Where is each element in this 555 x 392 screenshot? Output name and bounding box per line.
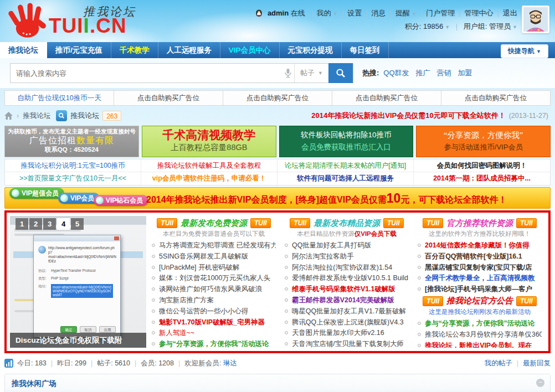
- list-item[interactable]: 腾讯QQ上保改密上沉迷(旗舰版)V4.3: [285, 316, 409, 327]
- user-menu-退出[interactable]: 退出: [503, 9, 517, 17]
- nav-item-元宝积分提现[interactable]: 元宝积分提现: [280, 42, 342, 58]
- quick-link[interactable]: 推我论坛软件破解工具及全套教程: [141, 159, 278, 172]
- image-slider[interactable]: http://www.antigameprotect.com/forum.php…: [10, 216, 146, 348]
- slider-tab-2[interactable]: 2: [29, 218, 42, 230]
- list-item[interactable]: 维泰手机号码采集软件V1.1破解版: [285, 283, 409, 294]
- mic-icon[interactable]: [282, 68, 294, 78]
- home-icon[interactable]: [4, 112, 13, 120]
- hot-search-link[interactable]: 推广: [416, 69, 430, 77]
- quick-link[interactable]: 2014第一期：团队成员招募中...: [414, 172, 550, 185]
- list-item[interactable]: 推我论坛，新推出VIP会员制。现在: [418, 339, 542, 348]
- list-item[interactable]: 5SING音乐网群发工具破解版: [152, 250, 276, 261]
- new-member-link[interactable]: 琳达: [223, 359, 237, 368]
- list-item[interactable]: 推我论坛公布3月份软件分享清单仅360: [418, 328, 542, 339]
- vip-notice-link[interactable]: 2014年推我论坛新推出VIP会员仅需10元即可下载全站软件！: [311, 111, 505, 121]
- user-menu-管理中心[interactable]: 管理中心: [465, 9, 494, 17]
- slider-tab-3[interactable]: 3: [43, 218, 56, 230]
- banner-coin-notice[interactable]: 软件板块回帖将扣除10推币 会员免费获取推币总汇入口: [279, 126, 414, 157]
- quick-link[interactable]: 软件有问题可选择人工远程服务: [278, 172, 414, 185]
- hot-search-link[interactable]: 加盟: [458, 69, 472, 77]
- banner-ad-rent[interactable]: 为获取推币，发布无意义主题者一经发现直接封号 广告位招租数量有限 联系QQ：45…: [4, 126, 139, 157]
- ad-slot[interactable]: 点击自助购买广告位: [441, 91, 550, 105]
- user-menu-我的[interactable]: 我的: [317, 9, 331, 17]
- banner-share-activity[interactable]: “分享资源，方便你我” 参与活动送推币/VIP会员: [416, 126, 551, 157]
- list-item[interactable]: 爱博邮件群发系统专业版V10.5.1 Build: [285, 272, 409, 283]
- slider-caption[interactable]: Discuz论坛免金币免权限下载附: [10, 333, 146, 348]
- nav-item-千术教学[interactable]: 千术教学: [111, 42, 158, 58]
- bullet-icon: [285, 244, 288, 247]
- breadcrumb-home[interactable]: 推我论坛: [23, 111, 50, 121]
- quick-link[interactable]: vip会员申请软件注册码，申请必看！: [141, 172, 278, 185]
- hot-search-link[interactable]: QQ群发: [383, 69, 409, 77]
- list-item[interactable]: 淘宝新店推广方案: [152, 294, 276, 305]
- breadcrumb-forum[interactable]: 推我论坛: [70, 111, 99, 121]
- quick-link[interactable]: 论坛将定期清理长期未发帖的用户[通知]: [278, 159, 414, 172]
- list-item[interactable]: 百分百QQ营销软件[专业版]16.1: [418, 250, 542, 261]
- quick-link[interactable]: 推我论坛积分说明:1元宝=100推币: [5, 159, 141, 172]
- search-button[interactable]: [328, 63, 353, 83]
- user-menu-设置[interactable]: 设置: [347, 9, 362, 17]
- list-item[interactable]: 参与“分享资源，方便你我”活动送论: [152, 338, 276, 348]
- quick-link[interactable]: >>首页限量文字广告仅10元一月<<: [5, 172, 141, 185]
- list-item[interactable]: 全网千术教学最全，上百高清视频教: [418, 272, 542, 283]
- site-logo[interactable]: 推我论坛 TUII.CN: [8, 2, 160, 39]
- list-item[interactable]: 新人驾道~~: [152, 327, 276, 338]
- nav-item-每日签到[interactable]: 每日签到: [342, 42, 389, 58]
- points-value[interactable]: 19856: [423, 22, 443, 30]
- ad-slot[interactable]: 点击自助购买广告位: [114, 91, 223, 105]
- list-item[interactable]: 2014短信轰炸全集珍藏版！你值得: [418, 239, 542, 250]
- avatar[interactable]: [522, 6, 549, 33]
- user-menu-提醒[interactable]: 提醒: [395, 9, 410, 17]
- search-scope-select[interactable]: 帖子▼: [294, 64, 328, 82]
- list-item[interactable]: 微信公号运营的一些小小心得: [152, 305, 276, 316]
- banner-video-course[interactable]: 千术高清视频教学 上百教程总容量88GB: [142, 126, 276, 157]
- search-input[interactable]: [11, 69, 282, 78]
- nav-item-推我论坛[interactable]: 推我论坛: [0, 42, 47, 58]
- slider-tab-1[interactable]: 1: [16, 218, 28, 230]
- stat-posts: 5610: [115, 359, 130, 367]
- collapse-icon[interactable]: −: [536, 379, 544, 387]
- stat-members: 1208: [158, 359, 174, 367]
- nav-item-人工远程服务[interactable]: 人工远程服务: [158, 42, 220, 58]
- list-item[interactable]: 嗨星QQ批量加好友工具V1.7最新破解: [285, 305, 409, 316]
- chevron-down-icon: ▼: [333, 11, 338, 17]
- vip-badge[interactable]: VIP超值会员: [9, 188, 64, 199]
- logo-text: TUII.CN: [49, 14, 127, 38]
- ad-slot[interactable]: 自助广告位现仅10推币一天: [5, 91, 114, 105]
- quick-link[interactable]: 会员如何找回密码图解说明！: [414, 159, 550, 172]
- slider-tab-4[interactable]: 4: [57, 218, 70, 230]
- lounge-title[interactable]: 推我休闲广场: [12, 379, 56, 388]
- list-item[interactable]: 天音图片批量加水印大师v2.16: [285, 327, 409, 338]
- list-item[interactable]: 阿尔法淘宝拉客助手: [285, 250, 409, 261]
- list-item[interactable]: 天音淘宝店铺/宝贝批量下载复制大师: [285, 338, 409, 348]
- list-item[interactable]: 媒体：刘汉曾花1000万元买仇家人头: [152, 272, 276, 283]
- list-item[interactable]: 阿尔法淘拉拉(淘宝协议群发)1.54: [285, 261, 409, 272]
- list-item[interactable]: 魅影TV1.70版VIP破解版_宅男神器: [152, 316, 276, 327]
- quick-nav-button[interactable]: 快捷导航 ▼: [501, 44, 548, 58]
- my-posts-link[interactable]: 我的帖子: [485, 359, 512, 368]
- nav-item-VIP会员中心[interactable]: VIP会员中心: [220, 42, 280, 58]
- list-item[interactable]: 黑谋店铺宝贝复制专家(宝贝下载/店: [418, 261, 542, 272]
- vip-promo-strip[interactable]: VIP超值会员 VIP会员 VIP钻石会员 2014年推我论坛推出新VIP会员制…: [4, 187, 551, 209]
- list-item[interactable]: QQ批量加好友工具打码版: [285, 239, 409, 250]
- list-item[interactable]: 参与“分享资源，方便你我”活动送论: [418, 317, 542, 328]
- nav-item-推币/元宝充值[interactable]: 推币/元宝充值: [47, 42, 111, 58]
- username[interactable]: admin: [268, 9, 289, 17]
- ad-slot[interactable]: 点击自助购买广告位: [223, 91, 332, 105]
- list-item[interactable]: 马方将调查定为犯罪调查 已经发现有力: [152, 239, 276, 250]
- latest-reply-link[interactable]: 最新回复: [523, 359, 551, 368]
- ad-slot[interactable]: 点击自助购买广告位: [332, 91, 441, 105]
- hot-search-link[interactable]: 营销: [437, 69, 451, 77]
- vip-badge[interactable]: VIP钻石会员: [94, 195, 148, 206]
- user-menu-消息[interactable]: 消息: [372, 9, 386, 17]
- slider-tab-5[interactable]: 5: [71, 218, 84, 230]
- list-item[interactable]: [推我论坛]手机号码采集大师—客户: [418, 283, 542, 294]
- list-item[interactable]: 谈网站推广如何巧借东风乘风破浪: [152, 283, 276, 294]
- bullet-icon: [285, 310, 288, 313]
- list-item[interactable]: 霸王邮件群发器V2014完美破解版: [285, 294, 409, 305]
- forum-icon[interactable]: [56, 110, 67, 121]
- user-menu-门户管理[interactable]: 门户管理: [426, 9, 455, 17]
- list-item[interactable]: [UnPackMe] 开机密码破解: [152, 261, 276, 272]
- thread-count-badge: 263: [102, 111, 121, 121]
- group-value[interactable]: 管理员: [489, 22, 511, 30]
